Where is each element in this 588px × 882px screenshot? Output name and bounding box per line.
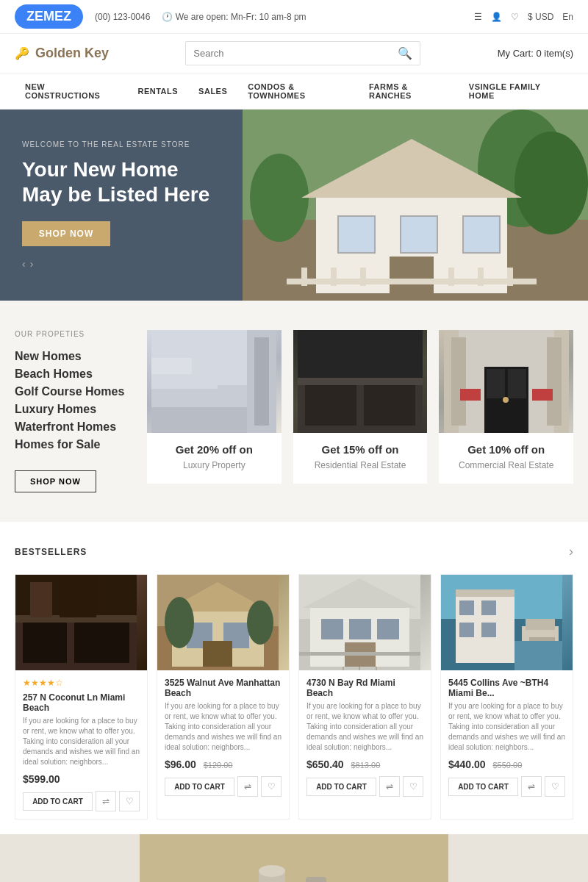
hero-image [243,110,588,301]
svg-rect-16 [478,268,484,286]
product-image-1 [15,575,147,670]
product-original-price-4: $550.00 [493,761,523,770]
svg-rect-32 [298,330,423,378]
menu-icon[interactable]: ☰ [474,12,482,22]
compare-button-4[interactable]: ⇌ [521,776,542,797]
svg-rect-49 [60,575,96,617]
product-name-2: 3525 Walnut Ave Manhattan Beach [165,678,282,698]
svg-point-57 [165,597,194,648]
top-bar: ZEMEZ (00) 123-0046 🕐 We are open: Mn-Fr… [0,0,588,34]
property-card-body-3: Get 10% off on Commercial Real Estate [439,433,573,484]
product-actions-2: ADD TO CART ⇌ ♡ [165,776,282,797]
svg-rect-40 [547,337,562,426]
svg-rect-13 [331,268,337,286]
list-item[interactable]: New Homes [15,350,132,363]
svg-rect-12 [301,268,307,286]
svg-rect-42 [532,389,553,401]
product-body-1: ★★★★☆ 257 N Coconut Ln Miami Beach If yo… [15,670,147,819]
nav-single-family[interactable]: VSINGLE FAMILY HOME [459,74,573,109]
compare-button-2[interactable]: ⇌ [237,776,258,797]
svg-rect-76 [459,600,474,615]
nav-sales[interactable]: SALES [188,78,237,104]
svg-rect-79 [481,623,496,637]
zemez-brand[interactable]: ZEMEZ [15,4,83,29]
list-item[interactable]: Beach Homes [15,368,132,381]
footer-preview [0,834,588,882]
property-card-commercial: Get 10% off on Commercial Real Estate [439,330,573,484]
svg-rect-15 [448,268,454,286]
hero-title: Your New Home May be Listed Here [22,157,220,207]
prev-arrow[interactable]: ‹ [22,258,26,270]
search-icon[interactable]: 🔍 [398,46,412,60]
list-item[interactable]: Luxury Homes [15,403,132,416]
wishlist-button-3[interactable]: ♡ [403,776,423,797]
product-body-4: 5445 Collins Ave ~BTH4 Miami Be... If yo… [441,670,573,804]
list-item[interactable]: Waterfront Homes [15,420,132,434]
properties-left-panel: OUR PROPETIES New Homes Beach Homes Golf… [15,330,132,492]
user-icon[interactable]: 👤 [491,12,502,22]
hero-section: WELCOME TO THE REAL ESTATE STORE Your Ne… [0,110,588,301]
currency-selector[interactable]: $ USD [528,12,553,22]
nav-rentals[interactable]: RENTALS [127,78,188,104]
nav-condos[interactable]: CONDOS & TOWNHOMES [237,74,359,109]
nav-new-constructions[interactable]: NEW CONSTRUCTIONS [15,74,127,109]
product-desc-3: If you are looking for a place to buy or… [306,701,423,753]
product-desc-2: If you are looking for a place to buy or… [165,701,282,753]
svg-rect-92 [306,877,326,882]
property-card-image-1 [147,330,282,433]
svg-rect-39 [451,337,466,426]
property-type-2: Residential Real Estate [301,460,420,470]
hero-cta-button[interactable]: SHOP NOW [22,221,110,246]
list-item[interactable]: Homes for Sale [15,438,132,451]
svg-rect-36 [487,369,505,398]
compare-button-3[interactable]: ⇌ [379,776,400,797]
heart-icon[interactable]: ♡ [511,12,519,22]
next-arrow[interactable]: › [30,258,34,270]
product-card-2: 3525 Walnut Ave Manhattan Beach If you a… [157,574,290,820]
clock-icon: 🕐 [162,12,173,22]
cart-summary[interactable]: My Cart: 0 item(s) [498,48,573,59]
main-nav: NEW CONSTRUCTIONS RENTALS SALES CONDOS &… [0,74,588,110]
wishlist-button-2[interactable]: ♡ [261,776,282,797]
add-to-cart-button-1[interactable]: ADD TO CART [23,792,93,811]
add-to-cart-button-2[interactable]: ADD TO CART [165,778,234,796]
svg-rect-81 [526,619,555,630]
add-to-cart-button-3[interactable]: ADD TO CART [306,778,376,796]
wishlist-button-1[interactable]: ♡ [119,791,140,811]
bestsellers-title: BESTSELLERS [15,547,87,557]
business-hours: 🕐 We are open: Mn-Fr: 10 am-8 pm [162,12,306,22]
svg-rect-83 [514,641,562,670]
product-original-price-3: $813.00 [351,761,381,770]
svg-point-3 [514,132,588,234]
svg-rect-78 [459,623,474,637]
product-grid: ★★★★☆ 257 N Coconut Ln Miami Beach If yo… [15,574,573,820]
hero-slider-nav[interactable]: ‹ › [22,258,220,270]
property-card-body-2: Get 15% off on Residential Real Estate [293,433,428,484]
list-item[interactable]: Golf Course Homes [15,385,132,398]
compare-button-1[interactable]: ⇌ [96,791,116,811]
svg-rect-63 [321,619,343,639]
language-selector[interactable]: En [562,12,573,22]
search-input[interactable] [193,48,398,59]
svg-rect-7 [338,216,375,253]
product-actions-3: ADD TO CART ⇌ ♡ [306,776,423,797]
properties-label: OUR PROPETIES [15,330,132,338]
property-card-image-3 [439,330,573,433]
svg-rect-17 [507,268,513,286]
add-to-cart-button-4[interactable]: ADD TO CART [448,778,518,796]
bestsellers-next-arrow[interactable]: › [569,544,573,559]
svg-rect-37 [508,369,526,398]
svg-rect-8 [401,216,437,253]
wishlist-button-4[interactable]: ♡ [545,776,565,797]
nav-farms[interactable]: FARMS & RANCHES [359,74,459,109]
svg-point-4 [250,154,309,242]
property-cards: Get 20% off on Luxury Property [147,330,573,484]
product-image-2 [157,575,289,670]
properties-shop-now-button[interactable]: SHOP NOW [15,470,96,492]
product-name-3: 4730 N Bay Rd Miami Beach [306,678,423,698]
product-body-2: 3525 Walnut Ave Manhattan Beach If you a… [157,670,289,804]
svg-rect-24 [254,337,269,426]
product-body-3: 4730 N Bay Rd Miami Beach If you are loo… [299,670,431,804]
search-bar[interactable]: 🔍 [185,41,420,65]
property-list: New Homes Beach Homes Golf Course Homes … [15,350,132,451]
